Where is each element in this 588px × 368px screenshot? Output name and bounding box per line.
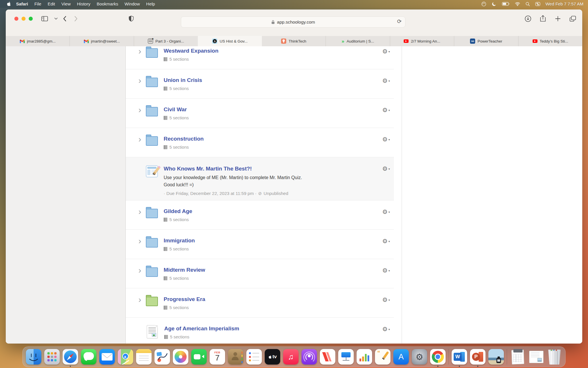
dock-chrome-icon[interactable] (430, 349, 446, 365)
expand-chevron-icon[interactable]: › (138, 48, 145, 54)
tab-powerteacher[interactable]: SIS PowerTeacher (454, 36, 518, 46)
menu-view[interactable]: View (58, 1, 74, 6)
expand-chevron-icon[interactable]: › (138, 208, 145, 215)
folder-title-link[interactable]: Immigration (164, 237, 195, 244)
folder-title-link[interactable]: Westward Expansion (164, 47, 218, 54)
tab-overview-button[interactable] (568, 14, 578, 23)
row-settings-gear[interactable]: ⚙▾ (382, 166, 390, 172)
expand-chevron-icon[interactable]: › (138, 238, 145, 244)
document-title-link[interactable]: Age of American Imperialism (164, 325, 239, 332)
privacy-shield-icon[interactable] (126, 14, 136, 23)
spotlight-search-icon[interactable] (525, 2, 530, 6)
reload-icon[interactable]: ⟳ (397, 18, 402, 25)
adobe-creative-cloud-icon[interactable] (481, 1, 486, 7)
row-settings-gear[interactable]: ⚙▾ (382, 326, 390, 332)
folder-title-link[interactable]: Gilded Age (164, 208, 192, 215)
folder-icon[interactable] (146, 238, 158, 248)
new-tab-button[interactable] (553, 14, 563, 23)
row-settings-gear[interactable]: ⚙▾ (382, 238, 390, 244)
quiz-title-link[interactable]: Who Knows Mr. Martin The Best?! (164, 165, 252, 172)
sidebar-toggle-icon[interactable] (40, 14, 49, 23)
row-settings-gear[interactable]: ⚙▾ (382, 78, 390, 84)
tab-teddys-big-stick[interactable]: Teddy's Big Sti... (519, 36, 582, 46)
expand-chevron-icon[interactable]: › (138, 136, 145, 142)
folder-icon[interactable] (146, 48, 158, 58)
expand-chevron-icon[interactable]: › (138, 77, 145, 84)
folder-title-link[interactable]: Union in Crisis (164, 77, 202, 84)
tab-gmail-2[interactable]: jmartin@sweet... (70, 36, 134, 46)
folder-title-link[interactable]: Civil War (164, 106, 187, 113)
dock-appletv-icon[interactable]: tv (265, 349, 280, 365)
quiz-icon[interactable] (146, 165, 158, 177)
dock-printer-document-icon[interactable] (510, 349, 525, 365)
dock-contacts-icon[interactable] (228, 349, 243, 365)
focus-moon-icon[interactable] (492, 1, 497, 7)
dock-photos-icon[interactable] (173, 349, 188, 365)
menu-edit[interactable]: Edit (45, 1, 58, 6)
tab-gmail-1[interactable]: jmar2885@gm... (6, 36, 70, 46)
dock-facetime-icon[interactable] (191, 349, 207, 365)
row-settings-gear[interactable]: ⚙▾ (382, 297, 390, 303)
tab-thinktech[interactable]: ThinkTech (262, 36, 326, 46)
row-settings-gear[interactable]: ⚙▾ (382, 137, 390, 142)
tab-part3[interactable]: ★ Part 3 - Organi... (134, 36, 198, 46)
dock-desktop-preview-icon[interactable] (488, 349, 504, 365)
row-settings-gear[interactable]: ⚙▾ (382, 209, 390, 215)
menu-clock[interactable]: Wed Feb 7 7:57 AM (546, 1, 583, 6)
control-center-icon[interactable] (535, 2, 540, 6)
folder-title-link[interactable]: Midterm Review (164, 267, 205, 273)
dock-calendar-icon[interactable]: FEB7 (210, 349, 225, 365)
apple-menu-icon[interactable] (6, 1, 11, 7)
wifi-icon[interactable] (515, 2, 520, 6)
row-settings-gear[interactable]: ⚙▾ (382, 107, 390, 113)
sidebar-chevron-icon[interactable] (51, 14, 61, 23)
downloads-button[interactable] (523, 14, 533, 23)
dock-word-icon[interactable]: W (452, 349, 467, 365)
expand-chevron-icon[interactable]: › (138, 107, 145, 113)
dock-trash-icon[interactable] (547, 349, 562, 365)
dock-maps-icon[interactable] (118, 349, 133, 365)
expand-chevron-icon[interactable]: › (138, 296, 145, 303)
forward-button[interactable] (71, 14, 81, 23)
dock-launchpad-icon[interactable] (44, 349, 60, 365)
dock-pages-icon[interactable]: “ (375, 349, 390, 365)
menu-help[interactable]: Help (143, 1, 158, 6)
dock-music-icon[interactable]: ♫ (283, 349, 299, 365)
dock-finder-icon[interactable] (26, 349, 41, 365)
minimize-window-button[interactable] (22, 17, 26, 21)
address-bar[interactable]: app.schoology.com ⟳ (181, 16, 405, 28)
folder-title-link[interactable]: Reconstruction (164, 135, 204, 142)
dock-safari-icon[interactable] (63, 349, 78, 365)
folder-icon-green[interactable] (146, 297, 158, 306)
folder-icon[interactable] (146, 78, 158, 87)
menu-history[interactable]: History (74, 1, 94, 6)
folder-title-link[interactable]: Progressive Era (164, 296, 205, 303)
menu-safari[interactable]: Safari (13, 1, 31, 6)
menu-bookmarks[interactable]: Bookmarks (94, 1, 121, 6)
folder-icon[interactable] (146, 136, 158, 146)
menu-window[interactable]: Window (121, 1, 143, 6)
folder-icon[interactable] (146, 267, 158, 277)
close-window-button[interactable] (14, 17, 18, 21)
menu-file[interactable]: File (31, 1, 45, 6)
tab-morning-announcements[interactable]: 2/7 Morning An... (390, 36, 454, 46)
dock-powerpoint-icon[interactable]: P (470, 349, 486, 365)
folder-icon[interactable] (146, 209, 158, 218)
battery-icon[interactable] (502, 2, 510, 6)
dock-messages-icon[interactable] (81, 349, 96, 365)
expand-chevron-icon[interactable]: › (138, 267, 145, 273)
dock-notes-icon[interactable] (136, 349, 152, 365)
document-icon[interactable] (147, 325, 158, 338)
row-settings-gear[interactable]: ⚙▾ (382, 49, 390, 54)
folder-icon[interactable] (146, 107, 158, 116)
dock-news-icon[interactable] (320, 349, 335, 365)
back-button[interactable] (60, 14, 69, 23)
dock-freeform-icon[interactable] (154, 349, 170, 365)
dock-appstore-icon[interactable]: A (393, 349, 409, 365)
zoom-window-button[interactable] (29, 17, 33, 21)
row-settings-gear[interactable]: ⚙▾ (382, 268, 390, 273)
dock-mail-icon[interactable] (99, 349, 115, 365)
dock-podcasts-icon[interactable] (301, 349, 317, 365)
dock-letter-document-icon[interactable] (528, 349, 544, 365)
tab-auditorium[interactable]: » Auditorium | S... (326, 36, 390, 46)
